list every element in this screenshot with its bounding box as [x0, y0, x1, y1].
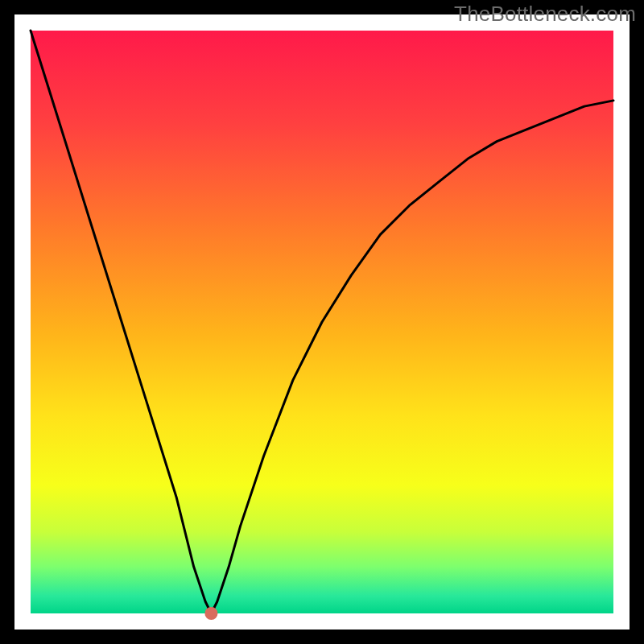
minimum-marker	[204, 607, 217, 620]
watermark-label: TheBottleneck.com	[454, 2, 636, 27]
bottleneck-chart	[0, 0, 644, 644]
